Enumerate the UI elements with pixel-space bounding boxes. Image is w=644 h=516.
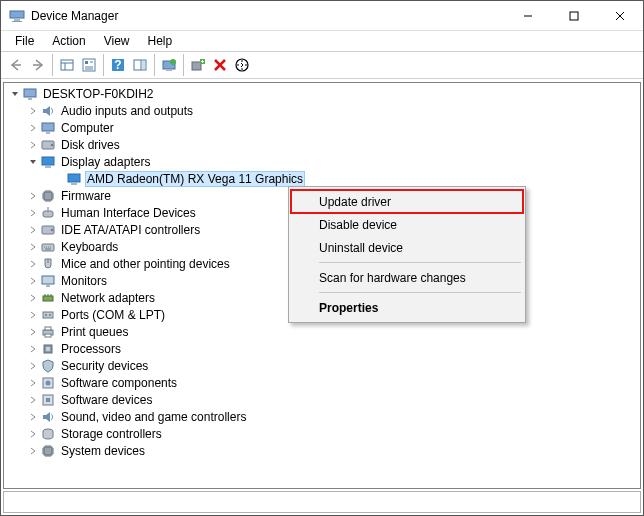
- category-label[interactable]: Display adapters: [59, 155, 152, 169]
- chevron-right-icon[interactable]: [26, 208, 40, 218]
- category-label[interactable]: Security devices: [59, 359, 150, 373]
- tree-root[interactable]: DESKTOP-F0KDIH2: [4, 85, 640, 102]
- category-label[interactable]: Mice and other pointing devices: [59, 257, 232, 271]
- disk-icon: [40, 222, 56, 238]
- update-driver-toolbar-button[interactable]: [158, 54, 180, 76]
- display-icon: [40, 154, 56, 170]
- tree-category[interactable]: Software components: [4, 374, 640, 391]
- tree-category[interactable]: Display adapters: [4, 153, 640, 170]
- scan-hardware-button[interactable]: [231, 54, 253, 76]
- properties-button[interactable]: [78, 54, 100, 76]
- context-menu-item[interactable]: Disable device: [291, 213, 523, 236]
- tree-category[interactable]: System devices: [4, 442, 640, 459]
- shield-icon: [40, 358, 56, 374]
- context-menu-item[interactable]: Uninstall device: [291, 236, 523, 259]
- menu-help[interactable]: Help: [140, 32, 181, 50]
- chevron-right-icon[interactable]: [26, 344, 40, 354]
- back-button[interactable]: [5, 54, 27, 76]
- svg-rect-2: [12, 21, 22, 22]
- category-label[interactable]: Ports (COM & LPT): [59, 308, 167, 322]
- svg-rect-25: [192, 62, 201, 70]
- chevron-right-icon[interactable]: [26, 276, 40, 286]
- device-label[interactable]: AMD Radeon(TM) RX Vega 11 Graphics: [85, 171, 305, 187]
- chevron-right-icon[interactable]: [26, 395, 40, 405]
- minimize-button[interactable]: [505, 1, 551, 30]
- chevron-down-icon[interactable]: [8, 89, 22, 99]
- context-menu-item[interactable]: Properties: [291, 296, 523, 319]
- category-label[interactable]: Software devices: [59, 393, 154, 407]
- hid-icon: [40, 205, 56, 221]
- category-label[interactable]: Storage controllers: [59, 427, 164, 441]
- category-label[interactable]: Sound, video and game controllers: [59, 410, 248, 424]
- category-label[interactable]: Human Interface Devices: [59, 206, 198, 220]
- computer-icon: [22, 86, 38, 102]
- maximize-button[interactable]: [551, 1, 597, 30]
- chevron-right-icon[interactable]: [26, 429, 40, 439]
- chevron-right-icon[interactable]: [26, 293, 40, 303]
- svg-rect-4: [570, 12, 578, 20]
- svg-rect-9: [61, 60, 73, 70]
- swd-icon: [40, 392, 56, 408]
- category-label[interactable]: Print queues: [59, 325, 130, 339]
- chevron-right-icon[interactable]: [26, 191, 40, 201]
- chevron-right-icon[interactable]: [26, 361, 40, 371]
- uninstall-button[interactable]: [209, 54, 231, 76]
- chevron-right-icon[interactable]: [26, 123, 40, 133]
- menu-view[interactable]: View: [96, 32, 138, 50]
- tree-category[interactable]: Print queues: [4, 323, 640, 340]
- svg-rect-59: [46, 347, 50, 351]
- category-label[interactable]: Firmware: [59, 189, 113, 203]
- category-label[interactable]: Software components: [59, 376, 179, 390]
- category-label[interactable]: System devices: [59, 444, 147, 458]
- tree-device[interactable]: AMD Radeon(TM) RX Vega 11 Graphics: [4, 170, 640, 187]
- chevron-right-icon[interactable]: [26, 242, 40, 252]
- chevron-right-icon[interactable]: [26, 106, 40, 116]
- context-menu-separator: [319, 262, 521, 263]
- window-title: Device Manager: [31, 9, 505, 23]
- tree-category[interactable]: Sound, video and game controllers: [4, 408, 640, 425]
- category-label[interactable]: Processors: [59, 342, 123, 356]
- action-pane-button[interactable]: [129, 54, 151, 76]
- tree-category[interactable]: Computer: [4, 119, 640, 136]
- help-button[interactable]: ?: [107, 54, 129, 76]
- chevron-right-icon[interactable]: [26, 446, 40, 456]
- context-menu-item[interactable]: Scan for hardware changes: [291, 266, 523, 289]
- chevron-right-icon[interactable]: [26, 310, 40, 320]
- menubar: File Action View Help: [1, 31, 643, 51]
- close-button[interactable]: [597, 1, 643, 30]
- chevron-right-icon[interactable]: [26, 412, 40, 422]
- svg-rect-32: [24, 89, 36, 97]
- category-label[interactable]: Disk drives: [59, 138, 122, 152]
- chevron-right-icon[interactable]: [26, 378, 40, 388]
- category-label[interactable]: Audio inputs and outputs: [59, 104, 195, 118]
- chevron-right-icon[interactable]: [26, 140, 40, 150]
- tree-category[interactable]: Audio inputs and outputs: [4, 102, 640, 119]
- chevron-right-icon[interactable]: [26, 327, 40, 337]
- tree-category[interactable]: Processors: [4, 340, 640, 357]
- svg-point-37: [51, 143, 54, 146]
- category-label[interactable]: Computer: [59, 121, 116, 135]
- chevron-down-icon[interactable]: [26, 157, 40, 167]
- tree-category[interactable]: Disk drives: [4, 136, 640, 153]
- context-menu: Update driverDisable deviceUninstall dev…: [288, 186, 526, 323]
- menu-action[interactable]: Action: [44, 32, 93, 50]
- svg-rect-51: [43, 296, 53, 301]
- menu-file[interactable]: File: [7, 32, 42, 50]
- root-label[interactable]: DESKTOP-F0KDIH2: [41, 87, 155, 101]
- svg-rect-41: [71, 183, 77, 185]
- device-tree[interactable]: DESKTOP-F0KDIH2 Audio inputs and outputs…: [3, 82, 641, 489]
- show-hidden-button[interactable]: [56, 54, 78, 76]
- category-label[interactable]: IDE ATA/ATAPI controllers: [59, 223, 202, 237]
- add-hardware-button[interactable]: [187, 54, 209, 76]
- category-label[interactable]: Network adapters: [59, 291, 157, 305]
- svg-rect-23: [166, 69, 172, 71]
- chevron-right-icon[interactable]: [26, 225, 40, 235]
- category-label[interactable]: Keyboards: [59, 240, 120, 254]
- category-label[interactable]: Monitors: [59, 274, 109, 288]
- tree-category[interactable]: Software devices: [4, 391, 640, 408]
- tree-category[interactable]: Storage controllers: [4, 425, 640, 442]
- forward-button[interactable]: [27, 54, 49, 76]
- context-menu-item[interactable]: Update driver: [291, 190, 523, 213]
- chevron-right-icon[interactable]: [26, 259, 40, 269]
- tree-category[interactable]: Security devices: [4, 357, 640, 374]
